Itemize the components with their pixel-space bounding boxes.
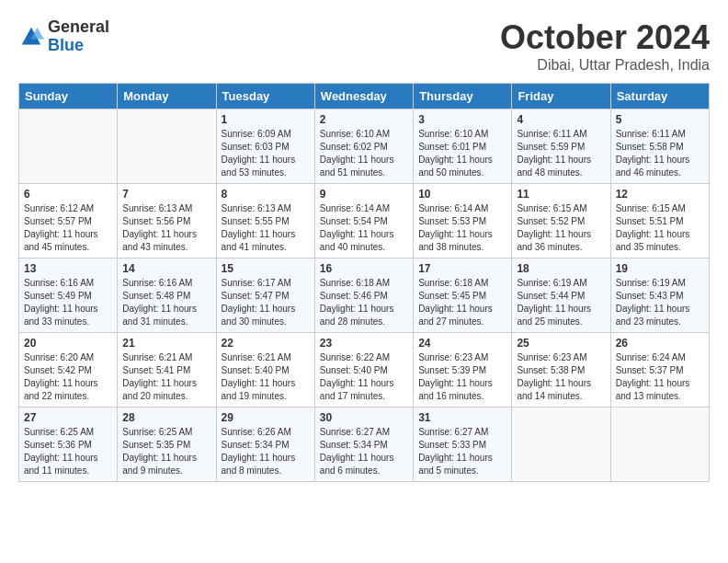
weekday-header-saturday: Saturday xyxy=(610,84,709,109)
day-info: Sunrise: 6:18 AMSunset: 5:45 PMDaylight:… xyxy=(418,277,506,328)
day-info: Sunrise: 6:20 AMSunset: 5:42 PMDaylight:… xyxy=(24,351,112,403)
day-info: Sunrise: 6:09 AMSunset: 6:03 PMDaylight:… xyxy=(222,128,310,179)
day-info: Sunrise: 6:22 AMSunset: 5:40 PMDaylight:… xyxy=(320,351,408,403)
calendar-table: SundayMondayTuesdayWednesdayThursdayFrid… xyxy=(18,83,710,482)
day-number: 24 xyxy=(418,337,506,350)
weekday-header-friday: Friday xyxy=(512,84,610,109)
logo: General Blue xyxy=(18,18,109,55)
calendar-week-2: 6Sunrise: 6:12 AMSunset: 5:57 PMDaylight… xyxy=(19,184,710,259)
day-number: 19 xyxy=(616,262,704,275)
day-info: Sunrise: 6:12 AMSunset: 5:57 PMDaylight:… xyxy=(24,202,112,254)
calendar-cell: 19Sunrise: 6:19 AMSunset: 5:43 PMDayligh… xyxy=(610,259,709,333)
weekday-header-sunday: Sunday xyxy=(19,84,118,109)
calendar-cell: 5Sunrise: 6:11 AMSunset: 5:58 PMDaylight… xyxy=(610,109,709,184)
day-number: 22 xyxy=(222,337,310,350)
day-number: 23 xyxy=(320,337,408,350)
day-info: Sunrise: 6:19 AMSunset: 5:44 PMDaylight:… xyxy=(517,277,605,328)
day-info: Sunrise: 6:14 AMSunset: 5:53 PMDaylight:… xyxy=(418,202,506,254)
day-info: Sunrise: 6:23 AMSunset: 5:38 PMDaylight:… xyxy=(517,351,605,403)
calendar-cell xyxy=(19,109,118,184)
calendar-cell: 29Sunrise: 6:26 AMSunset: 5:34 PMDayligh… xyxy=(216,408,314,482)
calendar-cell: 12Sunrise: 6:15 AMSunset: 5:51 PMDayligh… xyxy=(610,184,709,259)
day-number: 21 xyxy=(122,337,210,350)
day-info: Sunrise: 6:14 AMSunset: 5:54 PMDaylight:… xyxy=(320,202,408,254)
day-number: 5 xyxy=(616,113,704,126)
day-number: 6 xyxy=(24,188,112,201)
calendar-cell: 20Sunrise: 6:20 AMSunset: 5:42 PMDayligh… xyxy=(19,333,118,408)
logo-general: General xyxy=(48,18,109,37)
logo-icon xyxy=(18,24,44,50)
day-info: Sunrise: 6:11 AMSunset: 5:58 PMDaylight:… xyxy=(616,128,704,179)
calendar-week-3: 13Sunrise: 6:16 AMSunset: 5:49 PMDayligh… xyxy=(19,259,710,333)
calendar-cell: 14Sunrise: 6:16 AMSunset: 5:48 PMDayligh… xyxy=(118,259,216,333)
day-info: Sunrise: 6:26 AMSunset: 5:34 PMDaylight:… xyxy=(222,426,310,477)
day-info: Sunrise: 6:13 AMSunset: 5:56 PMDaylight:… xyxy=(122,202,210,254)
day-number: 15 xyxy=(222,262,310,275)
day-number: 26 xyxy=(616,337,704,350)
day-number: 13 xyxy=(24,262,112,275)
calendar-cell xyxy=(118,109,216,184)
day-info: Sunrise: 6:27 AMSunset: 5:34 PMDaylight:… xyxy=(320,426,408,477)
day-number: 17 xyxy=(418,262,506,275)
title-block: October 2024 Dibai, Uttar Pradesh, India xyxy=(500,18,710,74)
day-info: Sunrise: 6:21 AMSunset: 5:40 PMDaylight:… xyxy=(222,351,310,403)
day-number: 30 xyxy=(320,411,408,424)
day-number: 3 xyxy=(418,113,506,126)
weekday-header-tuesday: Tuesday xyxy=(216,84,314,109)
day-number: 10 xyxy=(418,188,506,201)
weekday-header-row: SundayMondayTuesdayWednesdayThursdayFrid… xyxy=(19,84,710,109)
day-info: Sunrise: 6:24 AMSunset: 5:37 PMDaylight:… xyxy=(616,351,704,403)
day-number: 2 xyxy=(320,113,408,126)
calendar-cell: 31Sunrise: 6:27 AMSunset: 5:33 PMDayligh… xyxy=(414,408,512,482)
calendar-cell: 13Sunrise: 6:16 AMSunset: 5:49 PMDayligh… xyxy=(19,259,118,333)
calendar-cell: 17Sunrise: 6:18 AMSunset: 5:45 PMDayligh… xyxy=(414,259,512,333)
calendar-cell xyxy=(610,408,709,482)
day-number: 7 xyxy=(122,188,210,201)
calendar-week-1: 1Sunrise: 6:09 AMSunset: 6:03 PMDaylight… xyxy=(19,109,710,184)
calendar-cell: 1Sunrise: 6:09 AMSunset: 6:03 PMDaylight… xyxy=(216,109,314,184)
day-info: Sunrise: 6:17 AMSunset: 5:47 PMDaylight:… xyxy=(222,277,310,328)
calendar-cell: 23Sunrise: 6:22 AMSunset: 5:40 PMDayligh… xyxy=(314,333,413,408)
calendar-cell: 27Sunrise: 6:25 AMSunset: 5:36 PMDayligh… xyxy=(19,408,118,482)
calendar-cell: 26Sunrise: 6:24 AMSunset: 5:37 PMDayligh… xyxy=(610,333,709,408)
calendar-cell: 15Sunrise: 6:17 AMSunset: 5:47 PMDayligh… xyxy=(216,259,314,333)
calendar-week-4: 20Sunrise: 6:20 AMSunset: 5:42 PMDayligh… xyxy=(19,333,710,408)
calendar-cell: 7Sunrise: 6:13 AMSunset: 5:56 PMDaylight… xyxy=(118,184,216,259)
logo-text: General Blue xyxy=(48,18,109,55)
day-info: Sunrise: 6:11 AMSunset: 5:59 PMDaylight:… xyxy=(517,128,605,179)
calendar-cell: 8Sunrise: 6:13 AMSunset: 5:55 PMDaylight… xyxy=(216,184,314,259)
day-number: 16 xyxy=(320,262,408,275)
day-info: Sunrise: 6:21 AMSunset: 5:41 PMDaylight:… xyxy=(122,351,210,403)
day-info: Sunrise: 6:19 AMSunset: 5:43 PMDaylight:… xyxy=(616,277,704,328)
logo-blue: Blue xyxy=(48,37,109,55)
calendar-cell: 28Sunrise: 6:25 AMSunset: 5:35 PMDayligh… xyxy=(118,408,216,482)
calendar-week-5: 27Sunrise: 6:25 AMSunset: 5:36 PMDayligh… xyxy=(19,408,710,482)
day-number: 8 xyxy=(222,188,310,201)
day-info: Sunrise: 6:27 AMSunset: 5:33 PMDaylight:… xyxy=(418,426,506,477)
day-number: 25 xyxy=(517,337,605,350)
calendar-cell: 2Sunrise: 6:10 AMSunset: 6:02 PMDaylight… xyxy=(314,109,413,184)
calendar-cell: 21Sunrise: 6:21 AMSunset: 5:41 PMDayligh… xyxy=(118,333,216,408)
day-number: 1 xyxy=(222,113,310,126)
day-number: 14 xyxy=(122,262,210,275)
calendar-cell: 11Sunrise: 6:15 AMSunset: 5:52 PMDayligh… xyxy=(512,184,610,259)
day-info: Sunrise: 6:18 AMSunset: 5:46 PMDaylight:… xyxy=(320,277,408,328)
calendar-cell: 4Sunrise: 6:11 AMSunset: 5:59 PMDaylight… xyxy=(512,109,610,184)
day-info: Sunrise: 6:10 AMSunset: 6:02 PMDaylight:… xyxy=(320,128,408,179)
weekday-header-wednesday: Wednesday xyxy=(314,84,413,109)
day-number: 31 xyxy=(418,411,506,424)
calendar-cell: 10Sunrise: 6:14 AMSunset: 5:53 PMDayligh… xyxy=(414,184,512,259)
weekday-header-thursday: Thursday xyxy=(414,84,512,109)
calendar-cell: 16Sunrise: 6:18 AMSunset: 5:46 PMDayligh… xyxy=(314,259,413,333)
day-info: Sunrise: 6:16 AMSunset: 5:48 PMDaylight:… xyxy=(122,277,210,328)
day-number: 9 xyxy=(320,188,408,201)
month-title: October 2024 xyxy=(500,18,710,57)
day-number: 11 xyxy=(517,188,605,201)
day-info: Sunrise: 6:23 AMSunset: 5:39 PMDaylight:… xyxy=(418,351,506,403)
day-number: 18 xyxy=(517,262,605,275)
day-info: Sunrise: 6:15 AMSunset: 5:51 PMDaylight:… xyxy=(616,202,704,254)
calendar-cell: 25Sunrise: 6:23 AMSunset: 5:38 PMDayligh… xyxy=(512,333,610,408)
day-number: 12 xyxy=(616,188,704,201)
calendar-cell xyxy=(512,408,610,482)
day-number: 27 xyxy=(24,411,112,424)
